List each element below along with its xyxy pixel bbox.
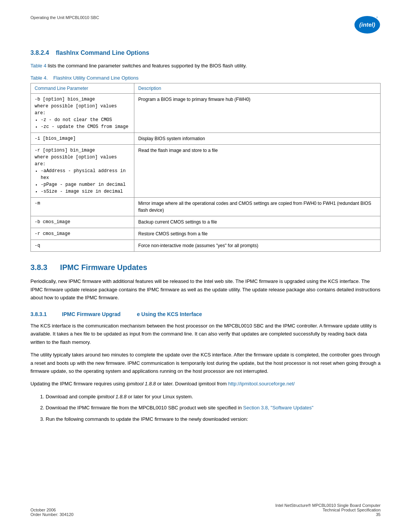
section-383: 3.8.3 IPMC Firmware Updates Periodically…: [30, 263, 381, 302]
ipmitool-link[interactable]: http://ipmitool.sourceforge.net/: [228, 381, 295, 387]
desc-cell: Display BIOS system information: [134, 133, 381, 145]
desc-cell: Program a BIOS image to primary fimware …: [134, 94, 381, 133]
table4-link[interactable]: Table 4: [30, 63, 46, 69]
desc-cell: Backup current CMOS settings to a file: [134, 216, 381, 228]
section-3831-number: 3.8.3.1: [30, 311, 47, 317]
svg-text:(intel): (intel): [359, 21, 375, 28]
section-3831-title: IPMC Firmware Upgrad e Using the KCS Int…: [62, 311, 202, 317]
footer: October 2006 Order Number: 304120 Intel …: [30, 503, 381, 517]
table-row: -q Force non-interactive mode (assumes "…: [31, 240, 381, 252]
table-row: -b [option] bios_image where possible [o…: [31, 94, 381, 133]
param-cell: -b [option] bios_image where possible [o…: [31, 94, 134, 133]
list-item: Download and compile ipmitool 1.8.8 or l…: [46, 393, 381, 401]
desc-cell: Mirror image where all the operational c…: [134, 198, 381, 216]
footer-left: October 2006 Order Number: 304120: [30, 508, 73, 517]
table-row: -r [options] bin_image where possible [o…: [31, 145, 381, 198]
header-left-text: Operating the Unit MPCBL0010 SBC: [30, 15, 99, 20]
steps-list: Download and compile ipmitool 1.8.8 or l…: [46, 393, 381, 423]
desc-cell: Read the flash image and store to a file: [134, 145, 381, 198]
intel-logo: (intel) ®: [354, 15, 381, 34]
header: Operating the Unit MPCBL0010 SBC (intel)…: [30, 15, 381, 38]
section-3831-para1: The KCS interface is the communication m…: [30, 322, 381, 346]
desc-cell: Force non-interactive mode (assumes "yes…: [134, 240, 381, 252]
section-383-para1: Periodically, new IPMC firmware with add…: [30, 277, 381, 302]
param-cell: -i [bios_image]: [31, 133, 134, 145]
section-3831: 3.8.3.1 IPMC Firmware Upgrad e Using the…: [30, 311, 381, 423]
footer-spec: Technical Product Specification: [275, 508, 381, 512]
table-row: -b cmos_image Backup current CMOS settin…: [31, 216, 381, 228]
footer-right: Intel NetStructure® MPCBL0010 Single Boa…: [275, 503, 381, 517]
param-cell: -r cmos_image: [31, 228, 134, 240]
list-item: Run the following commands to update the…: [46, 415, 381, 423]
footer-page: 35: [275, 512, 381, 517]
page: Operating the Unit MPCBL0010 SBC (intel)…: [0, 0, 411, 532]
footer-order: Order Number: 304120: [30, 512, 73, 517]
table-row: -i [bios_image] Display BIOS system info…: [31, 133, 381, 145]
param-cell: -m: [31, 198, 134, 216]
flashlnx-table: Command Line Parameter Description -b [o…: [30, 83, 381, 252]
col-header-param: Command Line Parameter: [31, 83, 134, 94]
table-intro-text: Table 4 lists the command line parameter…: [30, 62, 381, 70]
section-3831-para2: The utility typically takes around two m…: [30, 351, 381, 375]
section-3831-para3: Updating the IPMC firmware requires usin…: [30, 380, 381, 388]
footer-date: October 2006: [30, 508, 73, 512]
svg-text:®: ®: [376, 16, 378, 19]
list-item: Download the IPMC firmware file from the…: [46, 404, 381, 412]
section38-link[interactable]: Section 3.8, "Software Updates": [243, 405, 314, 411]
footer-product: Intel NetStructure® MPCBL0010 Single Boa…: [275, 503, 381, 508]
table-caption: Table 4. Flashlnx Utility Command Line O…: [30, 75, 381, 81]
param-cell: -q: [31, 240, 134, 252]
table-row: -m Mirror image where all the operationa…: [31, 198, 381, 216]
param-cell: -r [options] bin_image where possible [o…: [31, 145, 134, 198]
section-3831-heading: 3.8.3.1 IPMC Firmware Upgrad e Using the…: [30, 311, 381, 317]
section-3824-heading: 3.8.2.4 flashlnx Command Line Options: [30, 50, 381, 56]
col-header-desc: Description: [134, 83, 381, 94]
table-row: -r cmos_image Restore CMOS settings from…: [31, 228, 381, 240]
section-383-heading: 3.8.3 IPMC Firmware Updates: [30, 263, 381, 272]
desc-cell: Restore CMOS settings from a file: [134, 228, 381, 240]
section-3824: 3.8.2.4 flashlnx Command Line Options Ta…: [30, 50, 381, 252]
param-cell: -b cmos_image: [31, 216, 134, 228]
